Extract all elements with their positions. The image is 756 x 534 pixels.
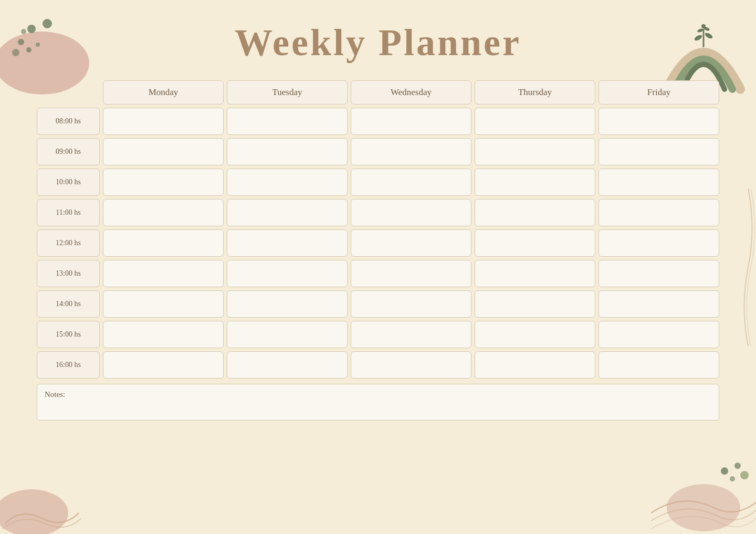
cell-4-3[interactable] bbox=[475, 229, 595, 257]
cell-3-1[interactable] bbox=[227, 199, 348, 226]
cell-4-2[interactable] bbox=[351, 229, 471, 257]
header-thursday: Thursday bbox=[475, 80, 595, 104]
cell-5-4[interactable] bbox=[598, 260, 719, 287]
cell-8-4[interactable] bbox=[598, 351, 719, 379]
time-row: 16:00 hs bbox=[37, 351, 719, 379]
cell-1-0[interactable] bbox=[103, 138, 224, 165]
cell-1-3[interactable] bbox=[475, 138, 595, 165]
time-label-0: 08:00 hs bbox=[37, 108, 100, 135]
cell-6-0[interactable] bbox=[103, 290, 224, 318]
time-label-7: 15:00 hs bbox=[37, 321, 100, 348]
title-area: Weekly Planner bbox=[37, 21, 719, 80]
cell-6-1[interactable] bbox=[227, 290, 348, 318]
cell-4-0[interactable] bbox=[103, 229, 224, 257]
cell-0-1[interactable] bbox=[227, 108, 348, 135]
cell-3-2[interactable] bbox=[351, 199, 471, 226]
time-row: 11:00 hs bbox=[37, 199, 719, 226]
cell-3-4[interactable] bbox=[598, 199, 719, 226]
cell-7-0[interactable] bbox=[103, 321, 224, 348]
cell-0-0[interactable] bbox=[103, 108, 224, 135]
cell-3-0[interactable] bbox=[103, 199, 224, 226]
notes-label: Notes: bbox=[45, 390, 65, 399]
header-tuesday: Tuesday bbox=[227, 80, 348, 104]
time-label-1: 09:00 hs bbox=[37, 138, 100, 165]
time-row: 09:00 hs bbox=[37, 138, 719, 165]
cell-3-3[interactable] bbox=[475, 199, 595, 226]
cell-7-3[interactable] bbox=[475, 321, 595, 348]
cell-5-1[interactable] bbox=[227, 260, 348, 287]
cell-8-3[interactable] bbox=[475, 351, 595, 379]
cell-0-2[interactable] bbox=[351, 108, 471, 135]
time-label-4: 12:00 hs bbox=[37, 229, 100, 257]
cell-2-4[interactable] bbox=[598, 169, 719, 196]
cell-6-3[interactable] bbox=[475, 290, 595, 318]
cell-7-4[interactable] bbox=[598, 321, 719, 348]
header-row: Monday Tuesday Wednesday Thursday Friday bbox=[37, 80, 719, 104]
time-row: 15:00 hs bbox=[37, 321, 719, 348]
header-wednesday: Wednesday bbox=[351, 80, 471, 104]
cell-1-2[interactable] bbox=[351, 138, 471, 165]
cell-6-4[interactable] bbox=[598, 290, 719, 318]
cell-2-3[interactable] bbox=[475, 169, 595, 196]
header-friday: Friday bbox=[598, 80, 719, 104]
time-row: 13:00 hs bbox=[37, 260, 719, 287]
time-label-6: 14:00 hs bbox=[37, 290, 100, 318]
cell-5-2[interactable] bbox=[351, 260, 471, 287]
cell-6-2[interactable] bbox=[351, 290, 471, 318]
cell-4-1[interactable] bbox=[227, 229, 348, 257]
cell-0-3[interactable] bbox=[475, 108, 595, 135]
cell-8-1[interactable] bbox=[227, 351, 348, 379]
main-container: Weekly Planner Monday Tuesday Wednesday … bbox=[0, 0, 756, 534]
cell-2-1[interactable] bbox=[227, 169, 348, 196]
cell-7-1[interactable] bbox=[227, 321, 348, 348]
cell-0-4[interactable] bbox=[598, 108, 719, 135]
time-row: 12:00 hs bbox=[37, 229, 719, 257]
cell-7-2[interactable] bbox=[351, 321, 471, 348]
time-label-5: 13:00 hs bbox=[37, 260, 100, 287]
cell-8-0[interactable] bbox=[103, 351, 224, 379]
time-row: 08:00 hs bbox=[37, 108, 719, 135]
cell-8-2[interactable] bbox=[351, 351, 471, 379]
time-label-2: 10:00 hs bbox=[37, 169, 100, 196]
header-monday: Monday bbox=[103, 80, 224, 104]
cell-5-3[interactable] bbox=[475, 260, 595, 287]
time-rows: 08:00 hs09:00 hs10:00 hs11:00 hs12:00 hs… bbox=[37, 108, 719, 379]
cell-2-0[interactable] bbox=[103, 169, 224, 196]
cell-1-4[interactable] bbox=[598, 138, 719, 165]
header-empty bbox=[37, 80, 100, 104]
cell-5-0[interactable] bbox=[103, 260, 224, 287]
time-label-3: 11:00 hs bbox=[37, 199, 100, 226]
time-row: 14:00 hs bbox=[37, 290, 719, 318]
planner-table: Monday Tuesday Wednesday Thursday Friday… bbox=[37, 80, 719, 518]
notes-row[interactable]: Notes: bbox=[37, 384, 719, 421]
time-label-8: 16:00 hs bbox=[37, 351, 100, 379]
cell-4-4[interactable] bbox=[598, 229, 719, 257]
page-title: Weekly Planner bbox=[37, 21, 719, 65]
time-row: 10:00 hs bbox=[37, 169, 719, 196]
cell-2-2[interactable] bbox=[351, 169, 471, 196]
cell-1-1[interactable] bbox=[227, 138, 348, 165]
